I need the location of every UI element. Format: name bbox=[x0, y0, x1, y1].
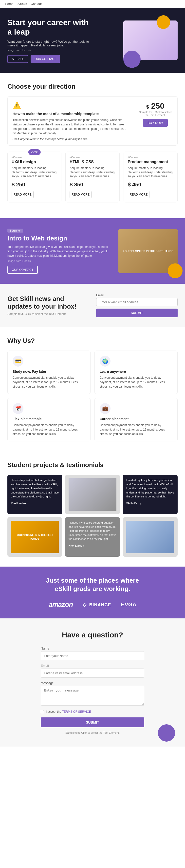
webdesign-description: This comprehensive webinar gives you the… bbox=[7, 245, 114, 258]
nav-about[interactable]: About bbox=[18, 2, 27, 6]
course-card-1: #Course HTML & CSS Acquire mastery in le… bbox=[65, 152, 119, 203]
contact-email-label: Email bbox=[41, 664, 144, 668]
webdesign-text: Beginner Intro to Web design This compre… bbox=[7, 228, 114, 274]
webdesign-contact-button[interactable]: OUR CONTACT bbox=[7, 266, 38, 274]
buy-now-button[interactable]: BUY NOW bbox=[143, 119, 168, 127]
contact-form: Name Email Message I accept the TERMS OF… bbox=[41, 647, 144, 727]
course-read-more-1[interactable]: READ MORE bbox=[69, 191, 92, 198]
why-card-title-1: Learn anywhere bbox=[100, 370, 173, 374]
membership-warning: Don't forget to remove this message befo… bbox=[12, 137, 128, 141]
see-all-button[interactable]: SEE ALL bbox=[7, 55, 28, 63]
course-title-2: Product management bbox=[128, 160, 174, 164]
course-price-0: $ 250 bbox=[11, 181, 57, 188]
partners-logos: amazon BINANCE EVGA bbox=[7, 601, 178, 609]
why-card-3: 💼 Career placement Convenient payment pl… bbox=[94, 398, 178, 441]
contact-circle-decoration bbox=[158, 724, 175, 742]
why-icon-1: 🌍 bbox=[100, 356, 111, 367]
partner-binance: BINANCE bbox=[83, 601, 111, 608]
testimonials-title: Student projects & testimonials bbox=[7, 461, 178, 469]
why-icon-0: 💳 bbox=[12, 356, 24, 367]
course-title-1: HTML & CSS bbox=[69, 160, 115, 164]
hero-image-credit: Image from Freepik bbox=[7, 49, 91, 52]
course-tag-1: #Course bbox=[69, 156, 115, 159]
newsletter-email-input[interactable] bbox=[96, 298, 178, 306]
navigation: Home About Contact bbox=[0, 0, 185, 8]
course-tag-2: #Course bbox=[128, 156, 174, 159]
nav-contact[interactable]: Contact bbox=[31, 2, 42, 6]
contact-sample-text: Sample text. Click to select the Text El… bbox=[7, 731, 178, 734]
course-price-2: $ 450 bbox=[128, 181, 174, 188]
why-card-title-3: Career placement bbox=[100, 417, 173, 421]
hero-circle-purple bbox=[123, 51, 141, 68]
newsletter-email-label: Email bbox=[96, 293, 178, 297]
membership-info: ⚠️ How to make the most of a membership … bbox=[12, 101, 128, 141]
course-price-1: $ 350 bbox=[69, 181, 115, 188]
svg-marker-0 bbox=[83, 603, 86, 607]
partners-section: Just some of the places where eSkill gra… bbox=[0, 566, 185, 618]
terms-link[interactable]: TERMS OF SERVICE bbox=[62, 710, 91, 713]
hero-title: Start your career with a leap bbox=[7, 18, 91, 37]
testimonials-grid: I landed my first job before graduation … bbox=[7, 475, 178, 557]
newsletter-submit-button[interactable]: SUBMIT bbox=[96, 309, 178, 317]
membership-sample-text: Sample text. Click to select the Text El… bbox=[138, 111, 173, 117]
nav-home[interactable]: Home bbox=[5, 2, 13, 6]
why-title: Why Us? bbox=[7, 337, 178, 345]
our-contact-button[interactable]: OUR CONTACT bbox=[31, 55, 60, 63]
course-desc-2: Acquire mastery in leading platforms and… bbox=[128, 166, 174, 179]
testimonial-img-woman bbox=[68, 478, 117, 511]
course-desc-1: Acquire mastery in leading platforms and… bbox=[69, 166, 115, 179]
hero-text-block: Start your career with a leap Want your … bbox=[7, 18, 91, 63]
exclamation-icon: ⚠️ bbox=[12, 101, 128, 110]
contact-message-input[interactable] bbox=[41, 686, 144, 706]
checkbox-label: I accept the TERMS OF SERVICE bbox=[46, 710, 91, 713]
why-icon-3: 💼 bbox=[100, 403, 111, 414]
partner-evga: EVGA bbox=[121, 601, 136, 608]
testimonial-author-2: Stella Perry bbox=[126, 501, 174, 505]
why-card-text-3: Convenient payment plans enable you to d… bbox=[100, 423, 173, 436]
contact-name-label: Name bbox=[41, 647, 144, 650]
newsletter-sample: Sample text. Click to select the Text El… bbox=[7, 312, 89, 316]
testimonial-author-4: Nick Larson bbox=[68, 544, 117, 548]
contact-email-input[interactable] bbox=[41, 669, 144, 678]
testimonial-img-1 bbox=[65, 475, 120, 514]
membership-title: How to make the most of a membership tem… bbox=[12, 112, 128, 116]
testimonial-author-0: Paul Hudson bbox=[11, 501, 59, 505]
course-card-0: #Course -50% UX/UI design Acquire master… bbox=[7, 152, 61, 203]
choose-direction-section: Choose your direction ⚠️ How to make the… bbox=[0, 73, 185, 218]
course-tag-0: #Course bbox=[11, 156, 57, 159]
webdesign-credit: Image from Freepik bbox=[7, 259, 114, 262]
hero-description: Want your future to start right now? We'… bbox=[7, 40, 91, 47]
partner-amazon: amazon bbox=[49, 601, 73, 609]
contact-name-input[interactable] bbox=[41, 651, 144, 660]
newsletter-form: Email SUBMIT bbox=[96, 293, 178, 317]
why-grid: 💳 Study now. Pay later Convenient paymen… bbox=[7, 350, 178, 441]
membership-description: The section below is where you should sh… bbox=[12, 118, 128, 135]
why-card-text-1: Convenient payment plans enable you to d… bbox=[100, 375, 173, 389]
webdesign-section: Beginner Intro to Web design This compre… bbox=[0, 218, 185, 284]
why-card-1: 🌍 Learn anywhere Convenient payment plan… bbox=[94, 350, 178, 394]
course-card-2: #Course Product management Acquire maste… bbox=[124, 152, 178, 203]
course-read-more-0[interactable]: READ MORE bbox=[11, 191, 34, 198]
why-card-text-2: Convenient payment plans enable you to d… bbox=[12, 423, 85, 436]
testimonial-card-0: I landed my first job before graduation … bbox=[7, 475, 62, 514]
course-desc-0: Acquire mastery in leading platforms and… bbox=[11, 166, 57, 179]
why-card-title-0: Study now. Pay later bbox=[12, 370, 85, 374]
testimonial-card-4: I landed my first job before graduation … bbox=[65, 517, 120, 557]
testimonials-section: Student projects & testimonials I landed… bbox=[0, 451, 185, 566]
hero-section: Start your career with a leap Want your … bbox=[0, 8, 185, 73]
webdesign-title: Intro to Web design bbox=[7, 235, 114, 242]
contact-submit-button[interactable]: SUBMIT bbox=[41, 717, 144, 727]
testimonial-text-0: I landed my first job before graduation … bbox=[11, 479, 59, 498]
choose-direction-title: Choose your direction bbox=[7, 83, 178, 90]
course-title-0: UX/UI design bbox=[11, 160, 57, 164]
course-cards-row: #Course -50% UX/UI design Acquire master… bbox=[7, 152, 178, 203]
contact-title: Have a question? bbox=[7, 631, 178, 639]
testimonial-card-2: I landed my first job before graduation … bbox=[123, 475, 178, 514]
terms-checkbox[interactable] bbox=[41, 710, 44, 713]
contact-message-label: Message bbox=[41, 681, 144, 685]
why-card-0: 💳 Study now. Pay later Convenient paymen… bbox=[7, 350, 91, 394]
course-read-more-2[interactable]: READ MORE bbox=[128, 191, 150, 198]
testimonial-img-hands: YOUR BUSINESS IN THE BEST HANDS bbox=[7, 517, 62, 557]
webdesign-tag: Beginner bbox=[7, 228, 23, 232]
membership-price-block: $ 250 Sample text. Click to select the T… bbox=[133, 101, 173, 141]
